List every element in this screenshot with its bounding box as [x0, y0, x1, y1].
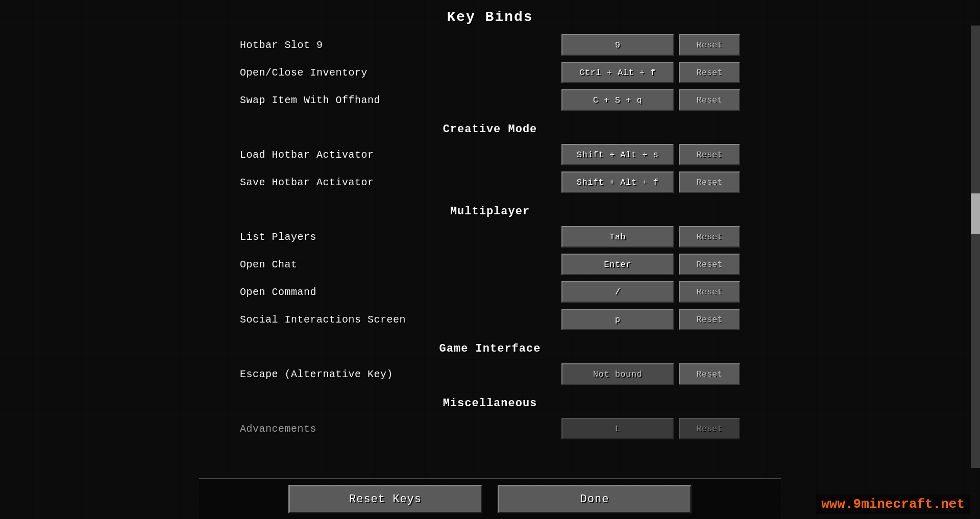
keybind-row-load-hotbar: Load Hotbar Activator Shift + Alt + s Re… [240, 141, 740, 168]
scrollbar-thumb[interactable] [971, 193, 980, 234]
keybind-row-inventory: Open/Close Inventory Ctrl + Alt + f Rese… [240, 59, 740, 86]
key-button-open-chat[interactable]: Enter [561, 254, 674, 275]
panel-title: Key Binds [199, 0, 781, 31]
keybind-row-save-hotbar: Save Hotbar Activator Shift + Alt + f Re… [240, 168, 740, 196]
scroll-area: Hotbar Slot 9 9 Reset Open/Close Invento… [199, 31, 781, 478]
key-button-offhand[interactable]: C + S + q [561, 89, 674, 111]
keybind-row-social: Social Interactions Screen p Reset [240, 306, 740, 333]
keybind-label-advancements: Advancements [240, 423, 551, 435]
reset-button-advancements[interactable]: Reset [679, 418, 740, 439]
keybind-row-offhand: Swap Item With Offhand C + S + q Reset [240, 86, 740, 114]
keybind-label-list-players: List Players [240, 231, 551, 243]
keybind-label-offhand: Swap Item With Offhand [240, 94, 551, 106]
key-button-advancements[interactable]: L [561, 418, 674, 439]
reset-button-offhand[interactable]: Reset [679, 89, 740, 111]
keybind-label-load-hotbar: Load Hotbar Activator [240, 149, 551, 161]
keybind-label-open-command: Open Command [240, 286, 551, 298]
keybind-controls-social: p Reset [561, 309, 740, 330]
scrollbar-track [971, 26, 980, 468]
key-button-load-hotbar[interactable]: Shift + Alt + s [561, 144, 674, 165]
keybind-row-open-chat: Open Chat Enter Reset [240, 251, 740, 278]
reset-button-load-hotbar[interactable]: Reset [679, 144, 740, 165]
section-header-multiplayer: Multiplayer [240, 196, 740, 223]
keybind-label-save-hotbar: Save Hotbar Activator [240, 177, 551, 188]
keybind-controls-escape-alt: Not bound Reset [561, 363, 740, 385]
keybind-row-open-command: Open Command / Reset [240, 278, 740, 306]
key-button-escape-alt[interactable]: Not bound [561, 363, 674, 385]
keybind-controls-list-players: Tab Reset [561, 226, 740, 248]
reset-button-social[interactable]: Reset [679, 309, 740, 330]
keybind-label-hotbar9: Hotbar Slot 9 [240, 39, 551, 51]
keybinds-panel: Key Binds Hotbar Slot 9 9 Reset Open/Clo… [199, 0, 781, 519]
keybind-row-list-players: List Players Tab Reset [240, 223, 740, 251]
keybind-controls-open-chat: Enter Reset [561, 254, 740, 275]
keybind-controls-save-hotbar: Shift + Alt + f Reset [561, 171, 740, 193]
key-button-social[interactable]: p [561, 309, 674, 330]
keybind-controls-offhand: C + S + q Reset [561, 89, 740, 111]
reset-button-list-players[interactable]: Reset [679, 226, 740, 248]
watermark: www.9minecraft.net [816, 495, 970, 514]
key-button-open-command[interactable]: / [561, 281, 674, 303]
reset-button-escape-alt[interactable]: Reset [679, 363, 740, 385]
keybind-controls-advancements: L Reset [561, 418, 740, 439]
keybind-label-escape-alt: Escape (Alternative Key) [240, 368, 551, 380]
keybind-row-escape-alt: Escape (Alternative Key) Not bound Reset [240, 360, 740, 388]
section-header-misc: Miscellaneous [240, 388, 740, 415]
keybind-label-inventory: Open/Close Inventory [240, 67, 551, 79]
bottom-bar: Reset Keys Done [199, 478, 781, 519]
reset-button-open-command[interactable]: Reset [679, 281, 740, 303]
keybind-row-hotbar9: Hotbar Slot 9 9 Reset [240, 31, 740, 59]
keybind-row-advancements: Advancements L Reset [240, 415, 740, 442]
section-header-game-interface: Game Interface [240, 333, 740, 360]
keybind-controls-open-command: / Reset [561, 281, 740, 303]
keybind-controls-load-hotbar: Shift + Alt + s Reset [561, 144, 740, 165]
done-button[interactable]: Done [498, 485, 692, 513]
keybind-controls-hotbar9: 9 Reset [561, 34, 740, 56]
key-button-hotbar9[interactable]: 9 [561, 34, 674, 56]
key-button-inventory[interactable]: Ctrl + Alt + f [561, 62, 674, 83]
section-header-creative: Creative Mode [240, 114, 740, 141]
keybind-label-social: Social Interactions Screen [240, 314, 551, 326]
keybind-controls-inventory: Ctrl + Alt + f Reset [561, 62, 740, 83]
keybind-label-open-chat: Open Chat [240, 259, 551, 270]
reset-button-inventory[interactable]: Reset [679, 62, 740, 83]
reset-keys-button[interactable]: Reset Keys [288, 485, 482, 513]
reset-button-open-chat[interactable]: Reset [679, 254, 740, 275]
key-button-list-players[interactable]: Tab [561, 226, 674, 248]
reset-button-hotbar9[interactable]: Reset [679, 34, 740, 56]
reset-button-save-hotbar[interactable]: Reset [679, 171, 740, 193]
key-button-save-hotbar[interactable]: Shift + Alt + f [561, 171, 674, 193]
